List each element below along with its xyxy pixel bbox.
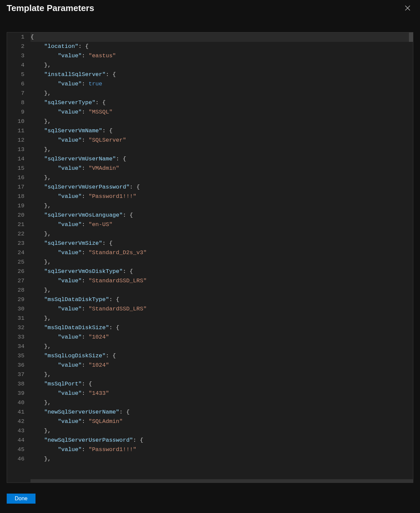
line-content[interactable]: "value": "1024" [30,361,413,370]
code-line[interactable]: 22 }, [7,229,413,239]
code-line[interactable]: 32 "msSqlDataDiskSize": { [7,323,413,333]
code-line[interactable]: 18 "value": "Password1!!!" [7,192,413,201]
line-content[interactable]: "value": "Standard_D2s_v3" [30,248,413,258]
code-line[interactable]: 39 "value": "1433" [7,389,413,398]
code-line[interactable]: 24 "value": "Standard_D2s_v3" [7,248,413,258]
code-line[interactable]: 14 "sqlServerVmUserName": { [7,154,413,164]
code-line[interactable]: 26 "sqlServerVmOsDiskType": { [7,267,413,276]
code-line[interactable]: 35 "msSqlLogDiskSize": { [7,351,413,361]
line-content[interactable]: }, [30,229,413,239]
line-content[interactable]: "newSqlServerUserPassword": { [30,436,413,445]
code-line[interactable]: 19 }, [7,201,413,211]
code-line[interactable]: 1{ [7,32,413,42]
code-line[interactable]: 9 "value": "MSSQL" [7,107,413,117]
code-line[interactable]: 38 "msSqlPort": { [7,379,413,389]
line-content[interactable]: }, [30,314,413,323]
line-content[interactable]: "msSqlDataDiskSize": { [30,323,413,333]
code-line[interactable]: 17 "sqlServerVmUserPassword": { [7,182,413,192]
line-content[interactable]: "value": "eastus" [30,51,413,61]
code-line[interactable]: 15 "value": "VMAdmin" [7,164,413,173]
line-content[interactable]: "sqlServerVmOsDiskType": { [30,267,413,276]
line-content[interactable]: "sqlServerVmUserName": { [30,154,413,164]
code-line[interactable]: 30 "value": "StandardSSD_LRS" [7,304,413,314]
line-content[interactable]: }, [30,117,413,126]
code-line[interactable]: 46 }, [7,454,413,464]
code-line[interactable]: 45 "value": "Password1!!!" [7,445,413,454]
code-line[interactable]: 29 "msSqlDataDiskType": { [7,295,413,304]
line-number: 28 [7,286,30,295]
code-line[interactable]: 16 }, [7,173,413,182]
line-content[interactable]: "value": "SQLServer" [30,136,413,145]
code-line[interactable]: 21 "value": "en-US" [7,220,413,229]
code-line[interactable]: 12 "value": "SQLServer" [7,136,413,145]
line-content[interactable]: "value": "MSSQL" [30,107,413,117]
line-content[interactable]: "value": "StandardSSD_LRS" [30,304,413,314]
code-line[interactable]: 23 "sqlServerVmSize": { [7,239,413,248]
close-button[interactable] [402,4,413,12]
code-line[interactable]: 20 "sqlServerVmOsLanguage": { [7,211,413,220]
code-line[interactable]: 11 "sqlServerVmName": { [7,126,413,136]
code-line[interactable]: 25 }, [7,258,413,267]
line-content[interactable]: "sqlServerVmUserPassword": { [30,182,413,192]
code-line[interactable]: 3 "value": "eastus" [7,51,413,61]
code-line[interactable]: 40 }, [7,398,413,408]
code-line[interactable]: 2 "location": { [7,42,413,51]
line-content[interactable]: { [30,32,413,42]
done-button[interactable]: Done [7,494,36,504]
code-line[interactable]: 6 "value": true [7,79,413,89]
line-content[interactable]: "value": "StandardSSD_LRS" [30,276,413,286]
line-content[interactable]: }, [30,61,413,70]
line-content[interactable]: "value": true [30,79,413,89]
line-content[interactable]: "sqlServerVmName": { [30,126,413,136]
code-line[interactable]: 41 "newSqlServerUserName": { [7,408,413,417]
line-content[interactable]: "msSqlLogDiskSize": { [30,351,413,361]
line-content[interactable]: }, [30,258,413,267]
code-line[interactable]: 7 }, [7,89,413,98]
code-line[interactable]: 31 }, [7,314,413,323]
line-content[interactable]: "sqlServerVmOsLanguage": { [30,211,413,220]
line-number: 24 [7,248,30,258]
code-line[interactable]: 4 }, [7,61,413,70]
code-line[interactable]: 43 }, [7,426,413,436]
line-number: 42 [7,417,30,426]
line-content[interactable]: "sqlServerVmSize": { [30,239,413,248]
code-line[interactable]: 10 }, [7,117,413,126]
horizontal-scrollbar[interactable] [30,479,413,483]
line-content[interactable]: "value": "1433" [30,389,413,398]
line-content[interactable]: "location": { [30,42,413,51]
line-content[interactable]: "value": "Password1!!!" [30,445,413,454]
code-line[interactable]: 33 "value": "1024" [7,333,413,342]
line-content[interactable]: }, [30,342,413,351]
code-editor[interactable]: 1{2 "location": {3 "value": "eastus"4 },… [7,32,413,483]
code-line[interactable]: 28 }, [7,286,413,295]
line-content[interactable]: }, [30,454,413,464]
line-content[interactable]: "installSqlServer": { [30,70,413,79]
line-content[interactable]: "value": "SQLAdmin" [30,417,413,426]
line-content[interactable]: "msSqlDataDiskType": { [30,295,413,304]
code-line[interactable]: 37 }, [7,370,413,379]
line-content[interactable]: "value": "VMAdmin" [30,164,413,173]
code-line[interactable]: 13 }, [7,145,413,154]
code-line[interactable]: 42 "value": "SQLAdmin" [7,417,413,426]
line-content[interactable]: }, [30,173,413,182]
line-content[interactable]: }, [30,201,413,211]
line-content[interactable]: }, [30,426,413,436]
code-line[interactable]: 27 "value": "StandardSSD_LRS" [7,276,413,286]
code-line[interactable]: 8 "sqlServerType": { [7,98,413,107]
line-content[interactable]: "msSqlPort": { [30,379,413,389]
line-content[interactable]: "sqlServerType": { [30,98,413,107]
line-content[interactable]: "value": "1024" [30,333,413,342]
code-line[interactable]: 44 "newSqlServerUserPassword": { [7,436,413,445]
code-line[interactable]: 34 }, [7,342,413,351]
line-content[interactable]: }, [30,89,413,98]
code-line[interactable]: 5 "installSqlServer": { [7,70,413,79]
line-content[interactable]: }, [30,398,413,408]
line-content[interactable]: }, [30,286,413,295]
line-content[interactable]: "newSqlServerUserName": { [30,408,413,417]
line-content[interactable]: }, [30,370,413,379]
line-content[interactable]: }, [30,145,413,154]
line-content[interactable]: "value": "en-US" [30,220,413,229]
code-body[interactable]: 1{2 "location": {3 "value": "eastus"4 },… [7,32,413,464]
line-content[interactable]: "value": "Password1!!!" [30,192,413,201]
code-line[interactable]: 36 "value": "1024" [7,361,413,370]
